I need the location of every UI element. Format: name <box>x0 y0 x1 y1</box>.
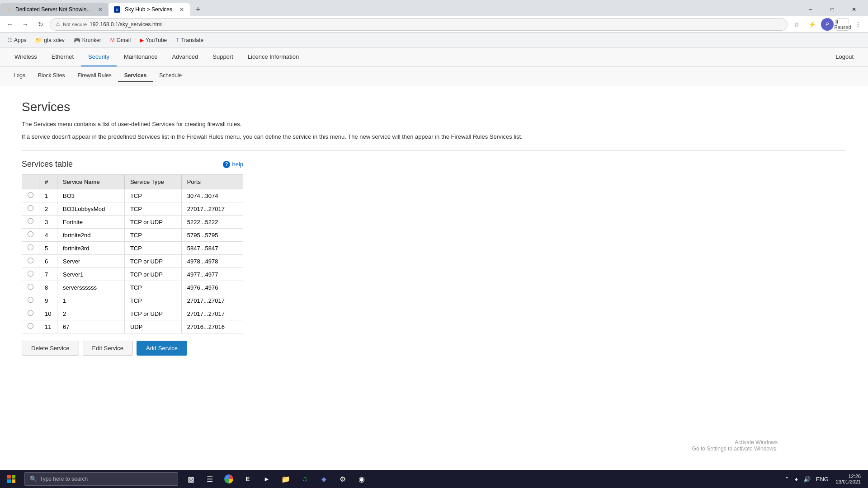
row-radio-cell[interactable] <box>22 281 39 294</box>
url-bar[interactable]: ⚠ Not secure 192.168.0.1/sky_services.ht… <box>50 18 788 31</box>
tab-1-close[interactable]: ✕ <box>98 6 103 13</box>
lang-indicator[interactable]: ENG <box>814 475 830 483</box>
tab-2[interactable]: S Sky Hub > Services ✕ <box>108 3 190 16</box>
row-radio-cell[interactable] <box>22 307 39 320</box>
nav-security[interactable]: Security <box>81 48 117 66</box>
row-radio-1[interactable] <box>28 192 33 198</box>
tab-2-favicon: S <box>114 6 120 13</box>
row-radio-3[interactable] <box>28 218 33 224</box>
table-row[interactable]: 3 Fortnite TCP or UDP 5222...5222 <box>22 216 243 229</box>
row-radio-2[interactable] <box>28 205 33 211</box>
bookmark-youtube[interactable]: ▶ YouTube <box>136 35 170 45</box>
tab-2-close[interactable]: ✕ <box>179 6 184 13</box>
minimize-button[interactable]: – <box>800 3 821 16</box>
table-row[interactable]: 11 67 UDP 27016...27016 <box>22 320 243 333</box>
row-name: fortnite2nd <box>57 229 125 242</box>
row-radio-4[interactable] <box>28 231 33 237</box>
taskbar-app-settings[interactable]: ⚙ <box>334 470 352 488</box>
taskbar-app-steam[interactable]: ► <box>258 470 276 488</box>
nav-support[interactable]: Support <box>205 48 241 66</box>
subnav-blocksites[interactable]: Block Sites <box>32 70 71 82</box>
taskbar-app-chrome[interactable] <box>220 470 238 488</box>
speaker-icon[interactable]: 🔊 <box>802 475 812 483</box>
taskbar-search-bar[interactable]: 🔍 <box>24 472 178 486</box>
bookmark-apps[interactable]: ☷ Apps <box>4 35 30 45</box>
row-radio-7[interactable] <box>28 271 33 277</box>
taskbar-app-epic[interactable]: E <box>239 470 257 488</box>
table-row[interactable]: 9 1 TCP 27017...27017 <box>22 294 243 307</box>
row-radio-cell[interactable] <box>22 202 39 216</box>
new-tab-button[interactable]: + <box>192 3 204 16</box>
bookmark-button[interactable]: ☆ <box>790 18 803 31</box>
taskbar-search-input[interactable] <box>40 476 173 482</box>
taskbar-app-spotify[interactable]: ♫ <box>296 470 314 488</box>
row-radio-cell[interactable] <box>22 268 39 281</box>
bookmark-gmail[interactable]: M Gmail <box>107 35 134 45</box>
row-radio-10[interactable] <box>28 310 33 316</box>
maximize-button[interactable]: □ <box>822 3 843 16</box>
nav-wireless[interactable]: Wireless <box>7 48 44 66</box>
bookmark-gta[interactable]: 📁 gta xdev <box>32 35 68 45</box>
back-button[interactable]: ← <box>4 18 16 31</box>
row-radio-cell[interactable] <box>22 216 39 229</box>
taskbar-app-files[interactable]: 📁 <box>277 470 295 488</box>
extensions-button[interactable]: ⚡ <box>806 18 818 31</box>
taskbar-app-other[interactable]: ◉ <box>353 470 371 488</box>
chevron-up-icon[interactable]: ⌃ <box>783 475 791 483</box>
table-row[interactable]: 7 Server1 TCP or UDP 4977...4977 <box>22 268 243 281</box>
row-radio-cell[interactable] <box>22 320 39 333</box>
taskbar-clock[interactable]: 12:26 23/01/2021 <box>832 474 864 484</box>
table-row[interactable]: 1 BO3 TCP 3074...3074 <box>22 189 243 202</box>
refresh-button[interactable]: ↻ <box>34 18 47 31</box>
row-radio-6[interactable] <box>28 258 33 263</box>
table-row[interactable]: 8 serverssssss TCP 4976...4976 <box>22 281 243 294</box>
paused-button[interactable]: ⏸ Paused <box>836 18 849 31</box>
bookmark-krunker[interactable]: 🎮 Krunker <box>70 35 105 45</box>
table-row[interactable]: 5 fortnite3rd TCP 5847...5847 <box>22 242 243 255</box>
row-radio-cell[interactable] <box>22 229 39 242</box>
add-service-button[interactable]: Add Service <box>137 341 187 356</box>
subnav-services[interactable]: Services <box>118 70 153 82</box>
row-ports: 3074...3074 <box>181 189 243 202</box>
row-radio-8[interactable] <box>28 284 33 290</box>
row-radio-cell[interactable] <box>22 189 39 202</box>
nav-licence[interactable]: Licence Information <box>241 48 306 66</box>
taskview-button[interactable]: ▩ <box>182 470 200 488</box>
table-row[interactable]: 6 Server TCP or UDP 4978...4978 <box>22 255 243 268</box>
row-radio-11[interactable] <box>28 323 33 329</box>
forward-button[interactable]: → <box>19 18 32 31</box>
row-radio-cell[interactable] <box>22 255 39 268</box>
bookmark-translate-label: Translate <box>181 37 204 43</box>
delete-service-button[interactable]: Delete Service <box>22 341 79 356</box>
close-button[interactable]: ✕ <box>844 3 864 16</box>
row-radio-9[interactable] <box>28 297 33 303</box>
row-radio-cell[interactable] <box>22 242 39 255</box>
row-radio-5[interactable] <box>28 244 33 250</box>
subnav-schedule[interactable]: Schedule <box>153 70 188 82</box>
win-activate-message: Activate Windows Go to Settings to activ… <box>692 439 787 452</box>
taskbar-app-1[interactable]: ☰ <box>201 470 219 488</box>
menu-button[interactable]: ⋮ <box>852 18 864 31</box>
help-link[interactable]: ? help <box>223 161 243 168</box>
taskbar-app-discord[interactable]: ◆ <box>315 470 333 488</box>
subnav-logs[interactable]: Logs <box>7 70 32 82</box>
bookmark-translate[interactable]: T Translate <box>172 35 207 45</box>
start-button[interactable] <box>0 470 23 488</box>
address-bar: ← → ↻ ⚠ Not secure 192.168.0.1/sky_servi… <box>0 16 868 33</box>
table-row[interactable]: 2 BO3LobbysMod TCP 27017...27017 <box>22 202 243 216</box>
profile-button[interactable]: P <box>821 18 834 31</box>
col-header-name: Service Name <box>57 175 125 189</box>
edit-service-button[interactable]: Edit Service <box>83 341 133 356</box>
row-radio-cell[interactable] <box>22 294 39 307</box>
nav-maintenance[interactable]: Maintenance <box>117 48 165 66</box>
section-header: Services table ? help <box>22 160 243 169</box>
nav-ethernet[interactable]: Ethernet <box>44 48 81 66</box>
network-icon[interactable]: ♦ <box>793 475 800 483</box>
table-row[interactable]: 4 fortnite2nd TCP 5795...5795 <box>22 229 243 242</box>
nav-logout[interactable]: Logout <box>828 48 861 66</box>
row-ports: 5222...5222 <box>181 216 243 229</box>
nav-advanced[interactable]: Advanced <box>165 48 205 66</box>
tab-1[interactable]: ⚠ Dedicated Server Not Showing U... ✕ <box>0 3 108 16</box>
subnav-firewall[interactable]: Firewall Rules <box>71 70 118 82</box>
table-row[interactable]: 10 2 TCP or UDP 27017...27017 <box>22 307 243 320</box>
